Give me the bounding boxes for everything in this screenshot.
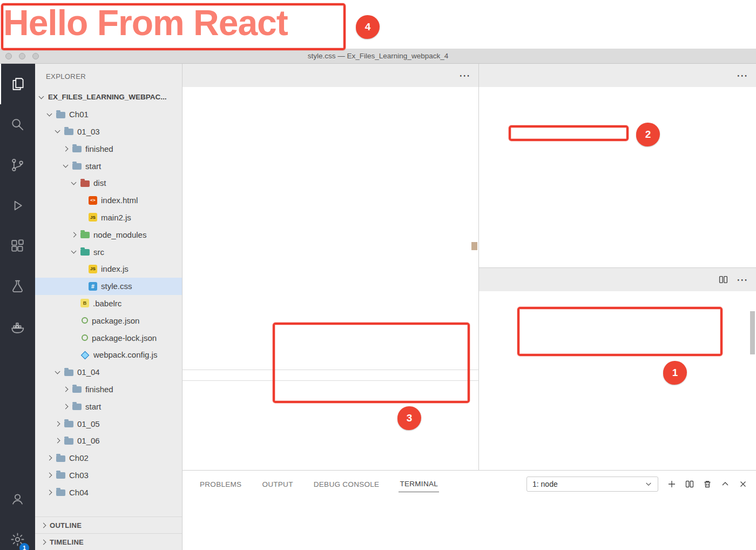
chevron-right-icon xyxy=(41,539,46,545)
code-editor-style-css[interactable] xyxy=(479,308,756,470)
tree-item-src[interactable]: src xyxy=(35,243,182,260)
tree-item-ch02[interactable]: Ch02 xyxy=(35,450,182,467)
code-editor-webpack-config[interactable] xyxy=(183,104,478,470)
extensions-icon[interactable] xyxy=(0,226,35,266)
tree-item-label: webpack.config.js xyxy=(93,350,157,359)
terminal-output[interactable] xyxy=(183,498,756,521)
tab-bar xyxy=(479,64,756,87)
more-actions-icon[interactable] xyxy=(737,273,748,286)
chevron-right-icon xyxy=(71,232,77,237)
tree-item-label: index.js xyxy=(101,264,129,273)
hello-from-react-text: Hello From React xyxy=(3,0,288,50)
tree-item-01-05[interactable]: 01_05 xyxy=(35,415,182,432)
tree-item-index-html[interactable]: <>index.html xyxy=(35,192,182,209)
tree-item-dist[interactable]: dist xyxy=(35,175,182,192)
source-control-icon[interactable] xyxy=(0,145,35,185)
tree-item--babelrc[interactable]: B.babelrc xyxy=(35,295,182,312)
editor-group-webpack-config xyxy=(183,64,478,470)
tree-item-ch04[interactable]: Ch04 xyxy=(35,484,182,501)
folder-icon xyxy=(64,438,73,445)
tree-item-webpack-config-js[interactable]: webpack.config.js xyxy=(35,346,182,364)
tree-item-node-modules[interactable]: node_modules xyxy=(35,226,182,243)
tab-terminal[interactable]: TERMINAL xyxy=(399,476,439,492)
chevron-placeholder xyxy=(80,198,84,202)
close-panel-icon[interactable] xyxy=(739,480,747,488)
explorer-icon[interactable] xyxy=(0,64,35,104)
breadcrumb xyxy=(479,87,756,104)
timeline-label: TIMELINE xyxy=(50,538,84,546)
tab-debug-console[interactable]: DEBUG CONSOLE xyxy=(313,477,381,492)
chevron-right-icon xyxy=(63,404,69,409)
tree-item-finished[interactable]: finished xyxy=(35,381,182,398)
tree-item-package-lock-json[interactable]: package-lock.json xyxy=(35,329,182,346)
minimize-window-button[interactable] xyxy=(19,53,25,59)
tree-item-label: start xyxy=(85,402,101,411)
bottom-panel: PROBLEMS OUTPUT DEBUG CONSOLE TERMINAL 1… xyxy=(183,470,756,550)
tree-item-01-03[interactable]: 01_03 xyxy=(35,123,182,140)
folder-icon xyxy=(64,370,73,376)
tree-item-ch01[interactable]: Ch01 xyxy=(35,106,182,123)
tree-item-label: 01_05 xyxy=(77,419,100,428)
testing-icon[interactable] xyxy=(0,266,35,307)
folder-src-icon xyxy=(80,249,90,256)
tree-item-01-06[interactable]: 01_06 xyxy=(35,432,182,450)
npm-icon xyxy=(82,317,88,324)
split-terminal-icon[interactable] xyxy=(685,480,694,488)
terminal-select-value: 1: node xyxy=(532,480,558,488)
tab-output[interactable]: OUTPUT xyxy=(261,477,294,492)
tree-item-finished[interactable]: finished xyxy=(35,140,182,157)
tree-item-package-json[interactable]: package.json xyxy=(35,312,182,329)
maximize-window-button[interactable] xyxy=(32,53,39,59)
folder-icon xyxy=(72,404,82,410)
tree-item-index-js[interactable]: JSindex.js xyxy=(35,260,182,278)
current-line-highlight xyxy=(183,370,478,381)
chevron-placeholder xyxy=(72,353,76,357)
vscode-workbench: 1 EXPLORER EX_FILES_LEARNING_WEBPAC...Ch… xyxy=(0,64,756,550)
tree-item-main2-js[interactable]: JSmain2.js xyxy=(35,209,182,226)
chevron-down-icon xyxy=(39,93,44,99)
tab-problems[interactable]: PROBLEMS xyxy=(199,477,242,492)
npm-icon xyxy=(82,334,88,341)
tree-item-ch03[interactable]: Ch03 xyxy=(35,467,182,484)
tree-item-start[interactable]: start xyxy=(35,398,182,415)
more-actions-icon[interactable] xyxy=(737,69,748,82)
search-icon[interactable] xyxy=(0,104,35,145)
tree-item-label: 01_03 xyxy=(77,127,100,136)
close-window-button[interactable] xyxy=(5,53,12,59)
tree-item-label: package-lock.json xyxy=(92,333,157,343)
folder-icon xyxy=(72,163,82,170)
outline-section[interactable]: OUTLINE xyxy=(35,517,182,533)
chevron-right-icon xyxy=(63,386,69,392)
maximize-panel-icon[interactable] xyxy=(721,480,730,488)
timeline-section[interactable]: TIMELINE xyxy=(35,533,182,550)
account-icon[interactable] xyxy=(0,479,35,519)
tree-item-label: Ch02 xyxy=(69,453,89,462)
editor-scrollbar-thumb[interactable] xyxy=(750,311,755,354)
docker-icon[interactable] xyxy=(0,307,35,347)
tree-item-01-04[interactable]: 01_04 xyxy=(35,364,182,381)
code-editor-index-js[interactable] xyxy=(479,104,756,267)
window-titlebar: style.css — Ex_Files_Learning_webpack_4 xyxy=(0,49,756,64)
tree-item-ex-files-learning-webpac-[interactable]: EX_FILES_LEARNING_WEBPAC... xyxy=(35,89,182,106)
tree-item-label: start xyxy=(85,162,101,171)
terminal-select[interactable]: 1: node xyxy=(526,477,658,492)
run-and-debug-icon[interactable] xyxy=(0,185,35,226)
new-terminal-icon[interactable] xyxy=(667,480,676,488)
webpack-icon xyxy=(81,351,90,360)
js-icon: JS xyxy=(89,213,97,222)
tree-item-style-css[interactable]: #style.css xyxy=(35,278,182,295)
tree-item-label: dist xyxy=(93,178,106,187)
settings-gear-icon[interactable]: 1 xyxy=(0,519,35,550)
kill-terminal-icon[interactable] xyxy=(703,480,712,488)
tree-item-start[interactable]: start xyxy=(35,157,182,175)
overview-ruler-marker xyxy=(471,242,477,250)
folder-node-icon xyxy=(80,232,90,238)
babel-icon: B xyxy=(80,299,89,307)
more-actions-icon[interactable] xyxy=(459,69,470,82)
chevron-right-icon xyxy=(47,489,52,495)
split-editor-icon[interactable] xyxy=(719,275,728,284)
chevron-down-icon xyxy=(71,179,77,185)
screenshot-root: Hello From React style.css — Ex_Files_Le… xyxy=(0,0,756,550)
folder-icon xyxy=(56,472,65,479)
chevron-placeholder xyxy=(80,267,84,271)
